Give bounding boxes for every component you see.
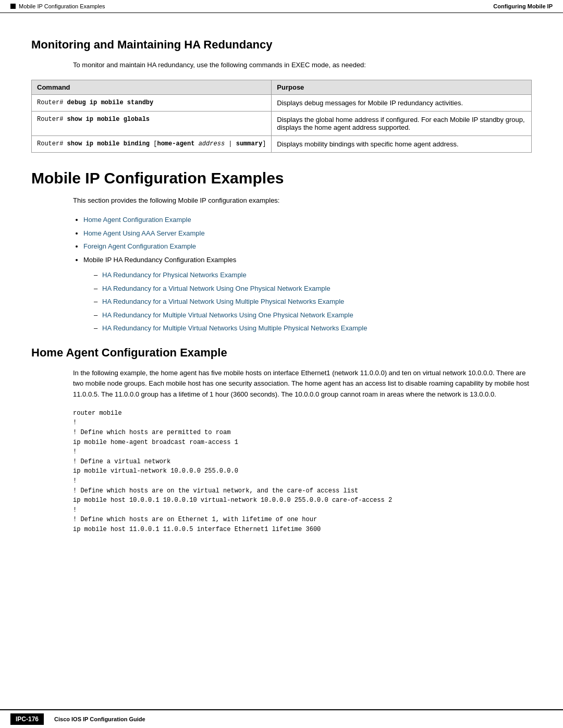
cmd-italic: address: [199, 140, 225, 147]
bottom-bar: IPC-176 Cisco IOS IP Configuration Guide: [0, 709, 563, 728]
code-block: router mobile ! ! Define which hosts are…: [73, 409, 532, 535]
cmd-normal: Router#: [37, 140, 67, 147]
cmd-bold: home-agent: [157, 140, 194, 147]
main-content: Monitoring and Maintaining HA Redundancy…: [0, 13, 563, 571]
section1-heading: Monitoring and Maintaining HA Redundancy: [31, 38, 532, 52]
link-ha-virtual-one-physical[interactable]: HA Redundancy for a Virtual Network Usin…: [102, 285, 331, 292]
plain-list-item: Mobile IP HA Redundancy Configuration Ex…: [83, 256, 236, 264]
link-home-agent-config[interactable]: Home Agent Configuration Example: [83, 216, 191, 224]
link-ha-multiple-virtual-one-physical[interactable]: HA Redundancy for Multiple Virtual Netwo…: [102, 311, 353, 319]
command-table: Command Purpose Router# debug ip mobile …: [31, 80, 532, 153]
nav-icon: [10, 4, 16, 9]
cmd-bold: debug ip mobile standby: [67, 99, 154, 106]
page-number: IPC-176: [10, 713, 44, 725]
table-header-purpose: Purpose: [272, 80, 532, 94]
list-item: Home Agent Using AAA Server Example: [83, 228, 532, 239]
table-cell-command-3: Router# show ip mobile binding [home-age…: [32, 135, 272, 152]
cmd-normal: |: [225, 140, 236, 147]
top-bar-section-label: Mobile IP Configuration Examples: [19, 3, 105, 9]
cmd-normal: Router#: [37, 99, 67, 106]
table-header-command: Command: [32, 80, 272, 94]
table-cell-command-2: Router# show ip mobile globals: [32, 111, 272, 135]
link-foreign-agent-config[interactable]: Foreign Agent Configuration Example: [83, 242, 196, 250]
cmd-normal: Router#: [37, 116, 67, 123]
section2-intro: This section provides the following Mobi…: [73, 195, 532, 206]
cmd-normal: [194, 140, 198, 147]
section2-heading: Mobile IP Configuration Examples: [31, 169, 532, 187]
table-cell-purpose-3: Displays mobility bindings with specific…: [272, 135, 532, 152]
sub-list-item: HA Redundancy for Multiple Virtual Netwo…: [94, 310, 532, 320]
link-home-agent-aaa[interactable]: Home Agent Using AAA Server Example: [83, 229, 205, 237]
bullet-list: Home Agent Configuration Example Home Ag…: [83, 215, 532, 265]
section3-body: In the following example, the home agent…: [73, 368, 532, 400]
link-ha-physical[interactable]: HA Redundancy for Physical Networks Exam…: [102, 271, 247, 279]
sub-list-item: HA Redundancy for a Virtual Network Usin…: [94, 297, 532, 307]
section1-intro: To monitor and maintain HA redundancy, u…: [73, 60, 532, 70]
sub-list-item: HA Redundancy for Physical Networks Exam…: [94, 270, 532, 280]
cmd-bold: show ip mobile binding: [67, 140, 150, 147]
table-row: Router# debug ip mobile standby Displays…: [32, 94, 532, 111]
sub-list-item: HA Redundancy for a Virtual Network Usin…: [94, 283, 532, 294]
table-cell-purpose-1: Displays debug messages for Mobile IP re…: [272, 94, 532, 111]
cmd-bold: show ip mobile globals: [67, 116, 150, 123]
sub-bullet-list: HA Redundancy for Physical Networks Exam…: [94, 270, 532, 334]
table-cell-command-1: Router# debug ip mobile standby: [32, 94, 272, 111]
table-row: Router# show ip mobile binding [home-age…: [32, 135, 532, 152]
top-bar: Mobile IP Configuration Examples Configu…: [0, 0, 563, 13]
cmd-normal: [: [150, 140, 157, 147]
top-bar-left: Mobile IP Configuration Examples: [10, 3, 105, 9]
list-item: Home Agent Configuration Example: [83, 215, 532, 225]
cmd-bold: summary: [236, 140, 262, 147]
cmd-normal: ]: [262, 140, 266, 147]
table-row: Router# show ip mobile globals Displays …: [32, 111, 532, 135]
section3-heading: Home Agent Configuration Example: [31, 346, 532, 360]
list-item: Foreign Agent Configuration Example: [83, 241, 532, 252]
list-item: Mobile IP HA Redundancy Configuration Ex…: [83, 255, 532, 265]
top-bar-chapter-label: Configuring Mobile IP: [493, 3, 553, 9]
link-ha-multiple-virtual-multiple-physical[interactable]: HA Redundancy for Multiple Virtual Netwo…: [102, 324, 367, 332]
table-cell-purpose-2: Displays the global home address if conf…: [272, 111, 532, 135]
link-ha-virtual-multiple-physical[interactable]: HA Redundancy for a Virtual Network Usin…: [102, 298, 344, 305]
book-title: Cisco IOS IP Configuration Guide: [54, 716, 145, 722]
sub-list-item: HA Redundancy for Multiple Virtual Netwo…: [94, 323, 532, 334]
